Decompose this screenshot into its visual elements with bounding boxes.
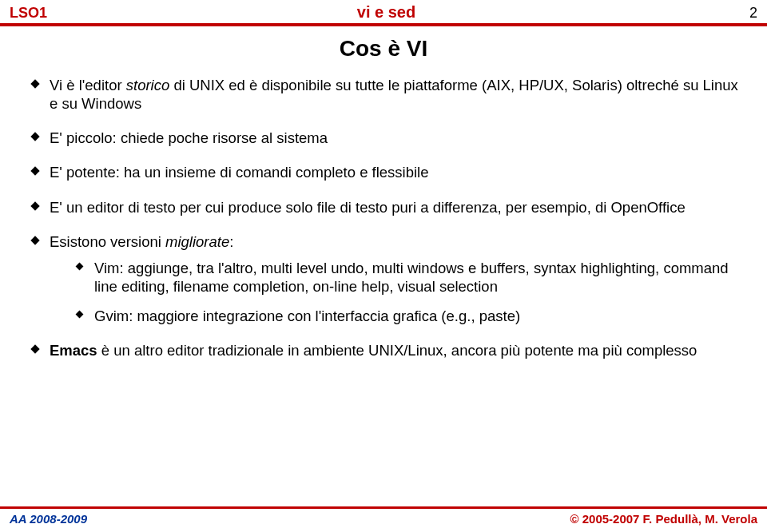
footer-academic-year: AA 2008-2009 (10, 512, 87, 526)
bullet-text-bold: Emacs (50, 342, 97, 359)
slide-footer: AA 2008-2009 © 2005-2007 F. Pedullà, M. … (0, 506, 767, 526)
bullet-text-prefix: Vi è l'editor (50, 77, 126, 93)
bullet-item: E' potente: ha un insieme di comandi com… (27, 163, 740, 181)
sub-bullet-item: Vim: aggiunge, tra l'altro, multi level … (74, 259, 740, 296)
bullet-item: E' un editor di testo per cui produce so… (27, 198, 740, 216)
bullet-text-prefix: Esistono versioni (50, 233, 165, 250)
sub-bullet-text: Vim: aggiunge, tra l'altro, multi level … (94, 260, 729, 295)
bullet-text-suffix: è un altro editor tradizionale in ambien… (97, 342, 697, 359)
slide-content: Vi è l'editor storico di UNIX ed è dispo… (0, 76, 767, 359)
header-topic: vi e sed (47, 3, 725, 22)
footer-divider (0, 506, 767, 509)
slide-header: LSO1 vi e sed 2 (0, 0, 767, 22)
header-page-number: 2 (725, 5, 757, 22)
bullet-list: Vi è l'editor storico di UNIX ed è dispo… (27, 76, 740, 359)
bullet-item: Esistono versioni migliorate: Vim: aggiu… (27, 232, 740, 326)
bullet-text: E' potente: ha un insieme di comandi com… (50, 164, 429, 181)
footer-copyright: © 2005-2007 F. Pedullà, M. Verola (570, 512, 758, 526)
sub-bullet-list: Vim: aggiunge, tra l'altro, multi level … (74, 259, 740, 325)
bullet-item: E' piccolo: chiede poche risorse al sist… (27, 129, 740, 147)
header-divider (0, 23, 767, 26)
bullet-item: Emacs è un altro editor tradizionale in … (27, 341, 740, 359)
sub-bullet-item: Gvim: maggiore integrazione con l'interf… (74, 307, 740, 325)
bullet-text-suffix: : (229, 233, 233, 250)
bullet-item: Vi è l'editor storico di UNIX ed è dispo… (27, 76, 740, 113)
bullet-text: E' piccolo: chiede poche risorse al sist… (50, 129, 328, 146)
bullet-text: E' un editor di testo per cui produce so… (50, 199, 686, 216)
bullet-text-em: migliorate (165, 233, 229, 250)
sub-bullet-text: Gvim: maggiore integrazione con l'interf… (94, 308, 520, 324)
slide-title: Cos è VI (0, 36, 767, 62)
bullet-text-em: storico (126, 77, 170, 93)
header-course-code: LSO1 (10, 5, 47, 22)
